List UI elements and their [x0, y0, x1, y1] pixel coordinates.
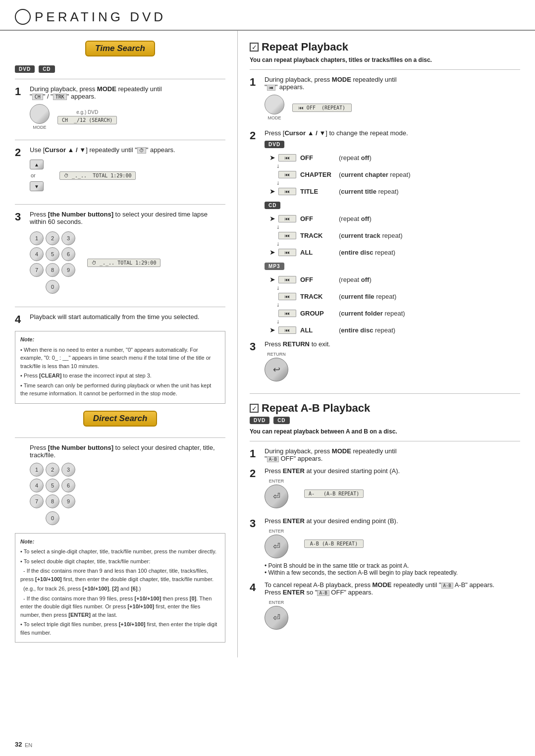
ds-num-2[interactable]: 2	[46, 463, 59, 477]
ab-cd-badge: CD	[273, 417, 289, 424]
num-1[interactable]: 1	[30, 231, 44, 245]
step1-screen: CH _/12 (SEARCH)	[57, 116, 117, 124]
cd-badge: CD	[39, 65, 54, 73]
num-6[interactable]: 6	[61, 247, 75, 261]
enter-btn-a[interactable]: ⏎	[265, 485, 288, 508]
lang-label: EN	[25, 742, 32, 748]
time-search-step2: 2 Use [Cursor ▲ / ▼] repeatedly until "⏱…	[15, 146, 225, 198]
step3-screen: ⏱ _._.. TOTAL 1:29:00	[87, 259, 160, 267]
dvd-badge: DVD	[15, 65, 35, 73]
repeat-step3: 3 Press RETURN to exit. RETURN ↩	[250, 340, 520, 385]
cd-modes: ➤ ⏮ OFF (repeat off) ↓ ➤ ⏮ TRACK (curren…	[269, 213, 520, 258]
repeat-ab-title: Repeat A-B Playback	[262, 402, 370, 415]
num-8[interactable]: 8	[46, 263, 59, 277]
direct-search-step1: Press [the Number buttons] to select you…	[15, 444, 225, 528]
ds-num-8[interactable]: 8	[46, 494, 59, 508]
num-4[interactable]: 4	[30, 247, 44, 261]
step1-display: MODE e.g.) DVD CH _/12 (SEARCH)	[30, 104, 225, 130]
checkbox-ab-icon	[250, 404, 259, 413]
enter-btn-cancel[interactable]: ⏎	[265, 606, 288, 630]
ds-num-0[interactable]: 0	[46, 511, 59, 525]
repeat-playback-title: Repeat Playback	[262, 41, 348, 54]
main-content: Time Search DVD CD 1 During playback, pr…	[0, 31, 535, 657]
header-circle-icon	[15, 9, 31, 25]
repeat-cd-badge: CD	[265, 202, 280, 209]
checkbox-icon	[250, 43, 259, 52]
num-0[interactable]: 0	[46, 280, 59, 294]
direct-search-title: Direct Search	[83, 411, 158, 427]
cursor-up[interactable]: ▲	[30, 160, 44, 169]
ds-num-5[interactable]: 5	[46, 479, 59, 492]
page-footer: 32	[15, 741, 22, 748]
mp3-modes: ➤ ⏮ OFF (repeat off) ↓ ➤ ⏮ TRACK (curren…	[269, 274, 520, 335]
mode-btn-repeat[interactable]	[265, 95, 284, 114]
ds-num-9[interactable]: 9	[61, 494, 75, 508]
step2-screen: ⏱ _._.. TOTAL 1:29:00	[59, 171, 136, 180]
num-3[interactable]: 3	[61, 231, 75, 245]
ds-num-7[interactable]: 7	[30, 494, 44, 508]
ab-step3: 3 Press ENTER at your desired ending poi…	[250, 517, 520, 576]
repeat-step2: 2 Press [Cursor ▲ / ▼] to change the rep…	[250, 129, 520, 335]
ds-num-6[interactable]: 6	[61, 479, 75, 492]
cursor-down[interactable]: ▼	[30, 181, 44, 191]
num-9[interactable]: 9	[61, 263, 75, 277]
page-header: PERATING DVD	[0, 0, 535, 31]
direct-search-note: Note: • To select a single-digit chapter…	[15, 533, 225, 643]
page-title: PERATING DVD	[35, 9, 166, 25]
ds-num-4[interactable]: 4	[30, 479, 44, 492]
left-column: Time Search DVD CD 1 During playback, pr…	[0, 31, 238, 657]
mode-button[interactable]	[30, 104, 50, 124]
right-column: Repeat Playback You can repeat playback …	[238, 31, 535, 657]
ab-step2-screen: A- (A-B REPEAT)	[304, 489, 364, 498]
return-button[interactable]: ↩	[265, 358, 288, 381]
repeat-mp3-badge: MP3	[265, 263, 284, 270]
num-2[interactable]: 2	[46, 231, 59, 245]
ab-dvd-badge: DVD	[250, 417, 269, 424]
ab-step1: 1 During playback, press MODE repeatedly…	[250, 447, 520, 462]
ab-subtitle: You can repeat playback between A and B …	[250, 428, 520, 435]
time-search-badges: DVD CD	[15, 65, 225, 73]
repeat-step1-screen: ⏮ OFF (REPEAT)	[292, 104, 352, 112]
time-search-note: Note: • When there is no need to enter a…	[15, 331, 225, 404]
page-number: 32	[15, 741, 22, 748]
num-5[interactable]: 5	[46, 247, 59, 261]
dvd-modes: ➤ ⏮ OFF (repeat off) ↓ ➤ ⏮ CHAPTER (curr…	[269, 152, 520, 197]
ab-step4: 4 To cancel repeat A-B playback, press M…	[250, 581, 520, 634]
ds-num-3[interactable]: 3	[61, 463, 75, 477]
time-search-step3: 3 Press [the Number buttons] to select y…	[15, 211, 225, 301]
time-search-step4: 4 Playback will start automatically from…	[15, 313, 225, 326]
ab-step2: 2 Press ENTER at your desired starting p…	[250, 467, 520, 512]
ds-num-1[interactable]: 1	[30, 463, 44, 477]
cursor-arrows: ▲	[30, 160, 44, 169]
repeat-ab-header: Repeat A-B Playback	[250, 402, 520, 415]
time-search-step1: 1 During playback, press MODE repeatedly…	[15, 85, 225, 134]
num-7[interactable]: 7	[30, 263, 44, 277]
repeat-playback-header: Repeat Playback	[250, 41, 520, 54]
repeat-dvd-badge: DVD	[265, 141, 284, 148]
enter-btn-b[interactable]: ⏎	[265, 535, 288, 558]
repeat-step1: 1 During playback, press MODE repeatedly…	[250, 76, 520, 124]
time-search-title: Time Search	[85, 41, 155, 56]
repeat-subtitle: You can repeat playback chapters, titles…	[250, 56, 520, 63]
number-grid: 1 2 3 4 5 6 7 8 9	[30, 231, 75, 277]
ab-step3-screen: A-B (A-B REPEAT)	[304, 540, 364, 548]
